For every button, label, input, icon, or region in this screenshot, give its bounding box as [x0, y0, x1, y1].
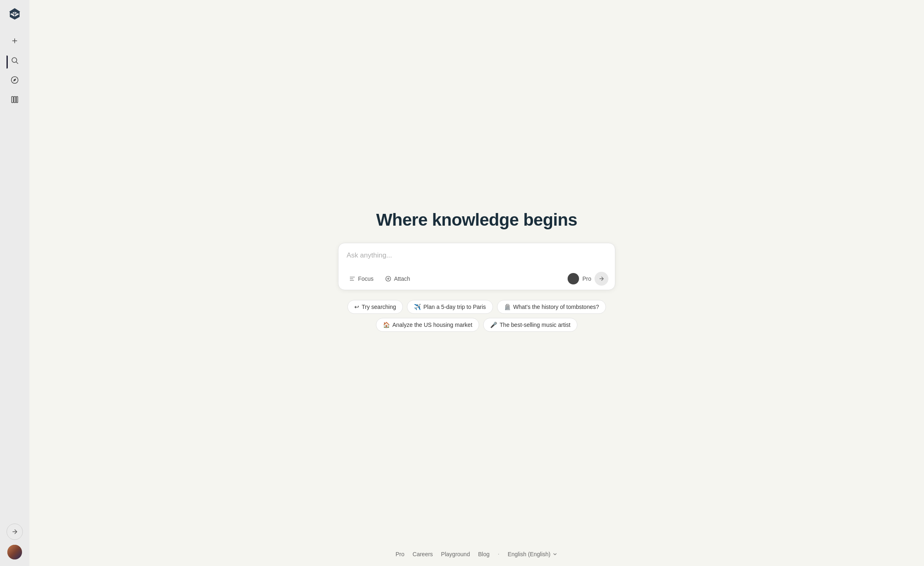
pro-label: Pro	[582, 275, 591, 282]
attach-label: Attach	[394, 275, 410, 282]
footer-careers-link[interactable]: Careers	[413, 551, 433, 557]
search-input[interactable]	[347, 251, 607, 260]
submit-button[interactable]	[595, 272, 608, 286]
toggle-dot[interactable]	[568, 273, 579, 284]
svg-rect-8	[16, 97, 18, 103]
footer: Pro Careers Playground Blog · English (E…	[396, 550, 558, 558]
search-input-area	[338, 243, 615, 268]
suggestion-music-text: The best-selling music artist	[500, 322, 570, 328]
svg-line-3	[16, 62, 18, 64]
svg-marker-5	[13, 78, 16, 81]
attach-button[interactable]: Attach	[381, 273, 414, 284]
search-nav-button[interactable]	[7, 52, 23, 69]
svg-rect-7	[14, 97, 15, 103]
suggestion-housing[interactable]: 🏠 Analyze the US housing market	[376, 318, 479, 332]
svg-point-2	[12, 58, 17, 62]
suggestion-tombstones-text: What's the history of tombstones?	[513, 304, 599, 310]
suggestion-housing-emoji: 🏠	[383, 322, 390, 328]
suggestion-tombstones[interactable]: 🪦 What's the history of tombstones?	[497, 300, 606, 314]
logo-button[interactable]	[7, 7, 23, 23]
footer-language-label: English (English)	[508, 551, 550, 557]
expand-sidebar-button[interactable]	[7, 524, 23, 540]
suggestion-tombstones-emoji: 🪦	[504, 304, 511, 310]
main-content: Where knowledge begins Focus Att	[29, 0, 924, 566]
suggestion-try[interactable]: ↩ Try searching	[347, 300, 403, 314]
suggestion-music[interactable]: 🎤 The best-selling music artist	[483, 318, 577, 332]
suggestion-try-emoji: ↩	[354, 304, 359, 310]
suggestion-music-emoji: 🎤	[490, 322, 497, 328]
focus-label: Focus	[358, 275, 374, 282]
suggestion-paris[interactable]: ✈️ Plan a 5-day trip to Paris	[407, 300, 493, 314]
suggestions-row: ↩ Try searching ✈️ Plan a 5-day trip to …	[334, 300, 619, 332]
suggestion-housing-text: Analyze the US housing market	[392, 322, 472, 328]
pro-toggle[interactable]: Pro	[568, 273, 591, 284]
suggestion-paris-emoji: ✈️	[414, 304, 421, 310]
suggestion-try-text: Try searching	[362, 304, 396, 310]
search-toolbar: Focus Attach Pro	[338, 268, 615, 290]
page-title: Where knowledge begins	[376, 210, 577, 230]
footer-playground-link[interactable]: Playground	[441, 551, 470, 557]
sidebar	[0, 0, 29, 566]
focus-button[interactable]: Focus	[345, 273, 378, 284]
new-thread-button[interactable]	[7, 33, 23, 49]
search-box: Focus Attach Pro	[338, 243, 615, 290]
footer-language-selector[interactable]: English (English)	[508, 551, 558, 557]
svg-rect-6	[12, 97, 13, 103]
footer-blog-link[interactable]: Blog	[478, 551, 489, 557]
avatar[interactable]	[7, 545, 22, 559]
search-nav-wrapper	[7, 52, 23, 72]
footer-pro-link[interactable]: Pro	[396, 551, 405, 557]
active-indicator	[7, 55, 8, 69]
library-nav-button[interactable]	[7, 91, 23, 108]
suggestion-paris-text: Plan a 5-day trip to Paris	[423, 304, 486, 310]
discover-nav-button[interactable]	[7, 72, 23, 88]
footer-dot: ·	[497, 550, 499, 558]
